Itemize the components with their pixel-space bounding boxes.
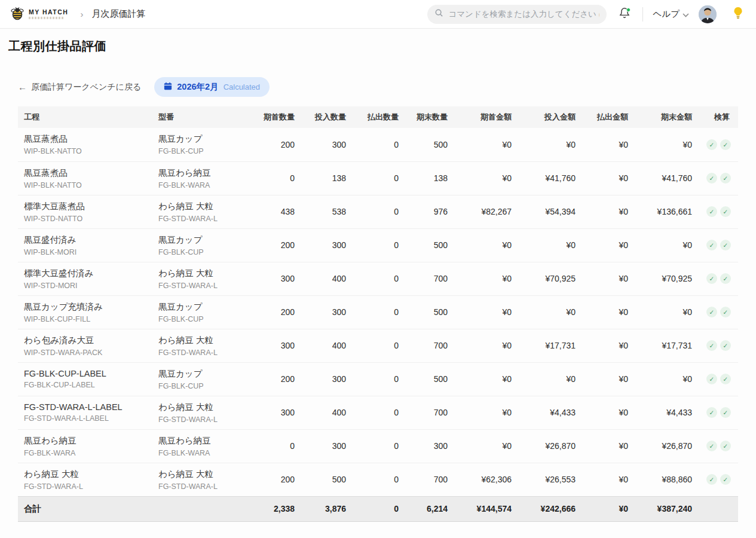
top-bar: MY HATCH › 月次原価計算 ヘルプ bbox=[0, 0, 756, 29]
search-input[interactable] bbox=[448, 10, 599, 19]
model-name: わら納豆 大粒 bbox=[158, 402, 245, 413]
table-body: 黒豆蒸煮品 WIP-BLK-NATTO 黒豆カップ FG-BLK-CUP 200… bbox=[18, 128, 738, 496]
col-begin-amt: 期首金額 bbox=[454, 106, 518, 128]
total-begin-amt: ¥144,574 bbox=[454, 496, 518, 521]
model-code: FG-STD-WARA-L bbox=[158, 282, 245, 290]
col-end-qty: 期末数量 bbox=[405, 106, 454, 128]
end-qty-cell: 500 bbox=[405, 228, 454, 262]
issue-amt-cell: ¥0 bbox=[581, 396, 634, 429]
col-end-amt: 期末金額 bbox=[634, 106, 698, 128]
total-issue-qty: 0 bbox=[352, 496, 405, 521]
begin-qty-cell: 200 bbox=[251, 463, 301, 496]
input-amt-cell: ¥41,760 bbox=[518, 161, 581, 195]
model-name: わら納豆 大粒 bbox=[158, 268, 245, 279]
help-label: ヘルプ bbox=[653, 8, 680, 20]
col-issue-amt: 払出金額 bbox=[581, 106, 634, 128]
issue-amt-cell: ¥0 bbox=[581, 329, 634, 362]
model-code: FG-BLK-CUP bbox=[158, 248, 245, 256]
col-input-amt: 投入金額 bbox=[518, 106, 581, 128]
help-menu[interactable]: ヘルプ bbox=[653, 8, 689, 20]
process-code: WIP-BLK-CUP-FILL bbox=[24, 315, 146, 323]
issue-qty-cell: 0 bbox=[352, 161, 405, 195]
end-amt-cell: ¥0 bbox=[634, 228, 698, 262]
feedback-bulb-button[interactable] bbox=[730, 6, 746, 23]
check-icon: ✓ bbox=[720, 374, 731, 384]
table-row: 黒豆蒸煮品 WIP-BLK-NATTO 黒豆わら納豆 FG-BLK-WARA 0… bbox=[18, 161, 738, 195]
calendar-icon bbox=[164, 82, 172, 93]
chevron-down-icon bbox=[682, 10, 689, 19]
command-search[interactable] bbox=[427, 5, 607, 24]
breadcrumb[interactable]: 月次原価計算 bbox=[91, 8, 145, 20]
issue-qty-cell: 0 bbox=[352, 228, 405, 262]
issue-amt-cell: ¥0 bbox=[581, 362, 634, 396]
end-qty-cell: 700 bbox=[405, 262, 454, 295]
process-name: FG-STD-WARA-L-LABEL bbox=[24, 402, 146, 412]
notifications-button[interactable] bbox=[616, 6, 633, 23]
end-qty-cell: 500 bbox=[405, 362, 454, 396]
begin-amt-cell: ¥0 bbox=[454, 161, 518, 195]
check-icon: ✓ bbox=[720, 206, 731, 217]
table-row: わら納豆 大粒 FG-STD-WARA-L わら納豆 大粒 FG-STD-WAR… bbox=[18, 463, 738, 496]
process-cell: FG-BLK-CUP-LABEL FG-BLK-CUP-LABEL bbox=[18, 362, 152, 396]
logo-tagline bbox=[29, 17, 63, 19]
verify-cell: ✓✓ bbox=[698, 128, 738, 161]
process-cell: 標準大豆蒸煮品 WIP-STD-NATTO bbox=[18, 195, 152, 228]
total-verify-empty bbox=[698, 496, 738, 521]
begin-amt-cell: ¥82,267 bbox=[454, 195, 518, 228]
begin-qty-cell: 200 bbox=[251, 295, 301, 329]
table-row: FG-BLK-CUP-LABEL FG-BLK-CUP-LABEL 黒豆カップ … bbox=[18, 362, 738, 396]
process-name: 標準大豆蒸煮品 bbox=[24, 201, 146, 212]
end-amt-cell: ¥17,731 bbox=[634, 329, 698, 362]
check-icon: ✓ bbox=[720, 474, 731, 485]
end-qty-cell: 700 bbox=[405, 329, 454, 362]
total-input-qty: 3,876 bbox=[301, 496, 352, 521]
back-arrow-icon: ← bbox=[18, 82, 27, 92]
search-icon bbox=[434, 8, 443, 20]
model-code: FG-BLK-CUP bbox=[158, 315, 245, 323]
input-amt-cell: ¥0 bbox=[518, 228, 581, 262]
table-row: 黒豆蒸煮品 WIP-BLK-NATTO 黒豆カップ FG-BLK-CUP 200… bbox=[18, 128, 738, 161]
process-name: 黒豆カップ充填済み bbox=[24, 301, 146, 313]
model-name: 黒豆わら納豆 bbox=[158, 435, 245, 447]
end-qty-cell: 500 bbox=[405, 295, 454, 329]
period-badge[interactable]: 2026年2月 Calculated bbox=[154, 77, 270, 97]
check-icon: ✓ bbox=[706, 407, 717, 418]
col-verify: 検算 bbox=[698, 106, 738, 128]
issue-amt-cell: ¥0 bbox=[581, 262, 634, 295]
page-title: 工程別仕掛品評価 bbox=[8, 38, 748, 54]
model-name: わら納豆 大粒 bbox=[158, 335, 245, 346]
back-to-workbench-link[interactable]: ← 原価計算ワークベンチに戻る bbox=[18, 82, 141, 93]
begin-amt-cell: ¥0 bbox=[454, 362, 518, 396]
col-input-qty: 投入数量 bbox=[301, 106, 352, 128]
model-cell: 黒豆わら納豆 FG-BLK-WARA bbox=[152, 161, 251, 195]
input-amt-cell: ¥26,870 bbox=[518, 429, 581, 463]
model-name: わら納豆 大粒 bbox=[158, 201, 245, 212]
begin-amt-cell: ¥0 bbox=[454, 128, 518, 161]
model-code: FG-STD-WARA-L bbox=[158, 215, 245, 223]
bee-logo-icon bbox=[10, 5, 25, 23]
issue-amt-cell: ¥0 bbox=[581, 128, 634, 161]
begin-qty-cell: 200 bbox=[251, 362, 301, 396]
process-code: WIP-BLK-NATTO bbox=[24, 147, 146, 155]
app-logo[interactable]: MY HATCH bbox=[10, 5, 68, 23]
model-name: 黒豆カップ bbox=[158, 301, 245, 313]
begin-qty-cell: 0 bbox=[251, 161, 301, 195]
user-avatar[interactable] bbox=[699, 5, 717, 23]
period-status-badge: Calculated bbox=[224, 82, 260, 91]
model-code: FG-STD-WARA-L bbox=[158, 349, 245, 357]
verify-cell: ✓✓ bbox=[698, 362, 738, 396]
model-cell: 黒豆カップ FG-BLK-CUP bbox=[152, 295, 251, 329]
input-amt-cell: ¥17,731 bbox=[518, 329, 581, 362]
input-qty-cell: 300 bbox=[301, 128, 352, 161]
end-qty-cell: 976 bbox=[405, 195, 454, 228]
input-amt-cell: ¥0 bbox=[518, 128, 581, 161]
verify-cell: ✓✓ bbox=[698, 396, 738, 429]
check-icon: ✓ bbox=[720, 273, 731, 284]
table-header: 工程 型番 期首数量 投入数量 払出数量 期末数量 期首金額 投入金額 払出金額… bbox=[18, 106, 738, 128]
check-icon: ✓ bbox=[706, 340, 717, 351]
begin-qty-cell: 300 bbox=[251, 329, 301, 362]
model-code: FG-BLK-CUP bbox=[158, 147, 245, 155]
check-icon: ✓ bbox=[706, 206, 717, 217]
begin-amt-cell: ¥0 bbox=[454, 295, 518, 329]
issue-qty-cell: 0 bbox=[352, 362, 405, 396]
